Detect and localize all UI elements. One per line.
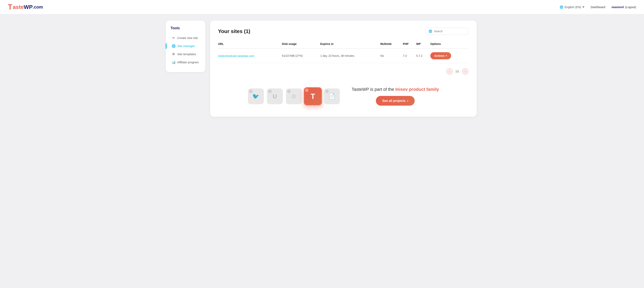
col-options: Options [430, 40, 469, 48]
col-wp: WP [416, 40, 430, 48]
sidebar-item-affiliate-program[interactable]: 📊 Affiliate program [170, 58, 202, 66]
sites-header: Your sites (1) 🌐 [218, 28, 469, 35]
col-multisite: Multisite [380, 40, 403, 48]
table-row: instinctivetrain.tastewp.com 61/227MB (2… [218, 48, 469, 63]
arrow-icon: › [407, 99, 408, 103]
tastewp-t-icon: T [310, 92, 315, 100]
logo-wp: WP [24, 4, 33, 10]
cell-expires: 1 day, 23 hours, 38 minutes [320, 48, 380, 63]
search-input[interactable] [434, 30, 466, 33]
col-php: PHP [403, 40, 416, 48]
sidebar-item-site-templates[interactable]: ⚙ Site templates [170, 50, 202, 58]
cell-multisite: No [380, 48, 403, 63]
banner-headline: TasteWP is part of the Inisev product fa… [352, 87, 439, 92]
cell-disk: 61/227MB (27%) [282, 48, 320, 63]
chevron-down-icon [582, 6, 584, 8]
col-disk: Disk usage [282, 40, 320, 48]
pagination: ‹ 1/1 › [218, 68, 469, 75]
see-all-label: See all projects [382, 99, 405, 103]
user-info: maxiorel (Logout) [612, 5, 636, 9]
banner-section: 🐦 U ⊙ T [218, 83, 469, 110]
main-layout: Tools ✏ Create new site 🌐 Site manager ⚙… [161, 14, 483, 123]
site-url-link[interactable]: instinctivetrain.tastewp.com [218, 54, 254, 57]
banner-text: TasteWP is part of the Inisev product fa… [352, 87, 439, 106]
bird-icon: 🐦 [252, 93, 259, 99]
gear-icon: ⚙ [172, 52, 175, 56]
lang-label: English (EN) [564, 5, 581, 9]
main-content: Your sites (1) 🌐 URL Disk usage Expires … [210, 20, 477, 117]
actions-label: Actions [434, 54, 444, 57]
u-icon: U [273, 93, 277, 100]
search-box: 🌐 [425, 28, 469, 35]
table-header-row: URL Disk usage Expires in Multisite PHP … [218, 40, 469, 48]
actions-button[interactable]: Actions [430, 52, 451, 59]
logo-aste: aste [13, 4, 24, 10]
pencil-icon: ✏ [172, 36, 175, 40]
prev-page-icon: ‹ [449, 69, 450, 74]
cell-php: 7.4 [403, 48, 416, 63]
chart-icon: 📊 [172, 60, 175, 64]
globe-icon: 🌐 [172, 44, 175, 48]
sidebar-item-label: Create new site [177, 36, 198, 39]
next-page-icon: › [464, 69, 466, 74]
page-info: 1/1 [456, 70, 459, 73]
cell-options: Actions [430, 48, 469, 63]
prev-page-button[interactable]: ‹ [446, 68, 453, 75]
product-icon-tastewp: T [304, 87, 322, 105]
globe-icon: 🌐 [560, 5, 564, 9]
header-nav: 🌐 English (EN) Dashboard maxiorel (Logou… [560, 5, 636, 9]
sidebar-title: Tools [170, 26, 202, 30]
app-header: TasteWP.com 🌐 English (EN) Dashboard max… [0, 0, 644, 14]
logo-t-letter: T [8, 3, 12, 11]
search-icon: 🌐 [428, 29, 432, 33]
product-icon-beats: ⊙ [286, 88, 302, 104]
sites-title: Your sites (1) [218, 28, 250, 34]
logo[interactable]: TasteWP.com [8, 3, 43, 11]
product-icon-bird: 🐦 [248, 88, 264, 104]
product-icon-doc: 📄 [324, 88, 340, 104]
inisev-link[interactable]: Inisev product family [395, 87, 439, 92]
next-page-button[interactable]: › [462, 68, 469, 75]
sidebar-item-label: Site templates [177, 52, 196, 56]
username: maxiorel [612, 5, 624, 9]
dropdown-arrow-icon [446, 55, 447, 56]
sidebar-item-create-new-site[interactable]: ✏ Create new site [170, 34, 202, 41]
sidebar-item-label: Affiliate program [177, 60, 199, 64]
beats-icon: ⊙ [292, 93, 296, 99]
sidebar: Tools ✏ Create new site 🌐 Site manager ⚙… [166, 20, 205, 72]
doc-icon: 📄 [328, 93, 335, 99]
sites-table: URL Disk usage Expires in Multisite PHP … [218, 40, 469, 63]
col-url: URL [218, 40, 282, 48]
col-expires: Expires in [320, 40, 380, 48]
product-icons: 🐦 U ⊙ T [248, 88, 340, 104]
see-all-projects-button[interactable]: See all projects › [376, 96, 414, 106]
sidebar-item-label: Site manager [177, 44, 195, 48]
language-selector[interactable]: 🌐 English (EN) [560, 5, 584, 9]
logout-link[interactable]: (Logout) [625, 5, 636, 9]
product-icon-u: U [267, 88, 283, 104]
cell-wp: 5.7.2 [416, 48, 430, 63]
cell-url: instinctivetrain.tastewp.com [218, 48, 282, 63]
sidebar-item-site-manager[interactable]: 🌐 Site manager [170, 42, 202, 50]
dashboard-link[interactable]: Dashboard [591, 5, 605, 9]
logo-com: .com [33, 4, 43, 10]
